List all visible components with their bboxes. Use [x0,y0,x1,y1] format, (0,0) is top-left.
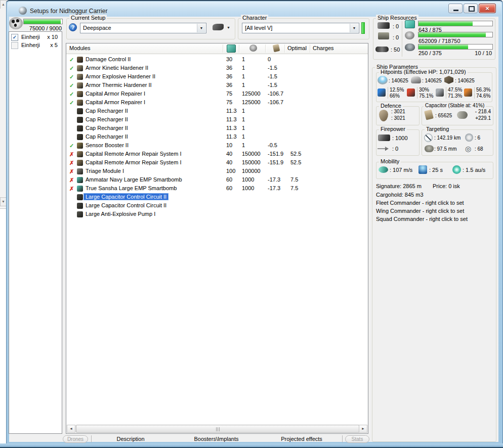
module-row[interactable]: Cap Recharger II11.31 [66,116,368,124]
module-row[interactable]: Large Anti-Explosive Pump I [66,210,368,219]
module-row[interactable]: ✗Capital Remote Armor Repair System I401… [66,159,368,167]
targeting-group: Targeting [422,129,493,156]
cap-recharger-icon [77,117,83,123]
module-row[interactable]: ✓Armor Kinetic Hardener II361-1.5 [66,64,368,73]
stats-button[interactable]: Stats [345,435,369,443]
module-powergrid: 125000 [242,91,261,97]
max-velocity-value: : 107 m/s [390,167,412,173]
module-optimal: 7.5 [290,176,298,183]
scroll-right-icon[interactable]: ► [359,425,367,433]
firepower-group: Firepower [376,129,420,156]
capacitor-drain: - 218.4 [470,109,491,114]
resources-divider [402,21,402,57]
module-row[interactable]: Cap Recharger II11.31 [66,107,368,116]
wing-commander-text[interactable]: Wing Commander - right click to set [376,208,464,214]
close-button[interactable]: × [479,4,496,13]
module-powergrid: 1000 [242,185,254,191]
module-row[interactable]: Large Capacitor Control Circuit II [66,202,368,210]
title-bar[interactable]: Setups for Nidhoggur Carrier [8,2,501,16]
help-icon[interactable]: ? [69,23,77,31]
module-row[interactable]: ✓Armor Explosive Hardener II361-1.5 [66,73,368,81]
launcher-hardpoints-value: : 0 [393,34,399,40]
drone-list-item[interactable]: ✓Einherjix 10 [9,33,62,41]
module-optimal: 52.5 [290,159,301,165]
close-icon: × [479,5,495,12]
module-row[interactable]: ✗True Sansha Large EMP Smartbomb601000-1… [66,185,368,193]
shield-hp-value: : 140625 [389,78,408,83]
module-row[interactable]: Large Capacitor Control Circuit II [66,193,368,202]
drone-checkbox[interactable] [11,42,18,49]
module-row[interactable]: ✓Sensor Booster II101-0.5 [66,142,368,150]
module-cap-use: -1.5 [268,65,277,71]
drone-list[interactable]: ✓Einherjix 10Einherjix 5 [9,31,62,434]
chevron-down-icon[interactable]: ▼ [197,24,205,32]
character-select[interactable]: [All level V] ▼ [242,23,359,33]
drone-list-item[interactable]: Einherjix 5 [9,41,62,50]
drone-bay-bar [23,19,63,24]
minimize-button[interactable] [448,4,463,13]
module-row[interactable]: ✓Capital Armor Repairer I75125000-106.7 [66,99,368,107]
module-active-icon: ✓ [69,142,75,149]
cap-booster-icon [457,111,468,119]
module-row[interactable]: ✓Armor Thermic Hardener II361-1.5 [66,81,368,90]
module-cpu: 10 [226,142,232,148]
module-offline-icon: ✗ [69,159,75,166]
tab-projected-effects[interactable]: Projected effects [259,436,344,442]
module-cpu: 11.3 [226,125,237,131]
chevron-down-icon[interactable]: ▼ [350,24,358,32]
powergrid-value: 652009 / 718750 [418,38,460,44]
signature-text: Signature: 2865 m [376,183,422,189]
modules-hscrollbar[interactable]: ◄ ► [67,425,367,433]
module-cpu: 36 [226,73,232,79]
fleet-commander-text[interactable]: Fleet Commander - right click to set [376,200,464,206]
powergrid-bar [418,32,493,37]
cap-recharger-icon [77,125,83,131]
calibration-icon [375,47,389,52]
kinetic-resist-icon [436,88,444,97]
module-row[interactable]: Cap Recharger II11.31 [66,133,368,142]
armor-hardener-icon [77,82,83,88]
smartbomb-icon [77,177,83,183]
module-cpu: 30 [226,56,232,62]
cap-recharger-icon [77,108,83,114]
drones-button[interactable]: Drones [63,435,88,443]
modules-header[interactable]: Modules Optimal Charges [66,43,368,54]
tab-boosters-implants[interactable]: Boosters\Implants [175,436,258,442]
module-powergrid: 1 [242,73,245,79]
setup-select[interactable]: Deepspace ▼ [80,23,206,33]
module-cpu: 36 [226,82,232,88]
module-row[interactable]: ✗Capital Remote Armor Repair System I401… [66,150,368,159]
turret-hardpoints-icon [378,22,390,29]
module-cpu: 100 [226,168,235,174]
scroll-left-icon[interactable]: ◄ [67,425,75,433]
rig-circuit-icon [77,203,83,209]
module-row[interactable]: ✓Damage Control II3010 [66,56,368,64]
firepower-label: Firepower [379,126,407,132]
tab-description[interactable]: Description [90,436,171,442]
module-powergrid: 1 [242,65,245,71]
modules-list[interactable]: Modules Optimal Charges ✓Damage Control … [66,43,368,434]
eft-setups-window: ▲ ▼ Setups for Nidhoggur Carrier × 75000… [0,0,503,448]
ship-browser-icon[interactable] [213,24,224,30]
drone-bandwidth-bar [418,44,493,50]
character-label: Character [241,15,268,21]
module-row[interactable]: Cap Recharger II11.31 [66,124,368,133]
module-name: Damage Control II [86,56,131,62]
bg-scrollbar-track[interactable] [0,9,6,197]
ship-dropdown-icon[interactable]: ▼ [227,26,230,29]
module-powergrid: 100000 [242,168,261,174]
module-row[interactable]: ✗Triage Module I100100000 [66,167,368,176]
defence-value-2: : 3021 [391,115,405,121]
module-row[interactable]: ✓Capital Armor Repairer I75125000-106.7 [66,90,368,99]
module-row[interactable]: ✗Ammatar Navy Large EMP Smartbomb601000-… [66,176,368,185]
scrollbar-grip [218,427,218,431]
module-cap-use: -106.7 [268,99,283,105]
maximize-button[interactable] [464,4,478,13]
shield-hp-icon [378,76,388,84]
module-powergrid: 1 [242,116,245,122]
squad-commander-text[interactable]: Squad Commander - right click to set [376,216,468,222]
tab-separator [342,435,343,442]
module-powergrid: 1 [242,56,245,62]
drone-checkbox[interactable]: ✓ [11,34,18,41]
scrollbar-thumb[interactable] [76,425,359,433]
